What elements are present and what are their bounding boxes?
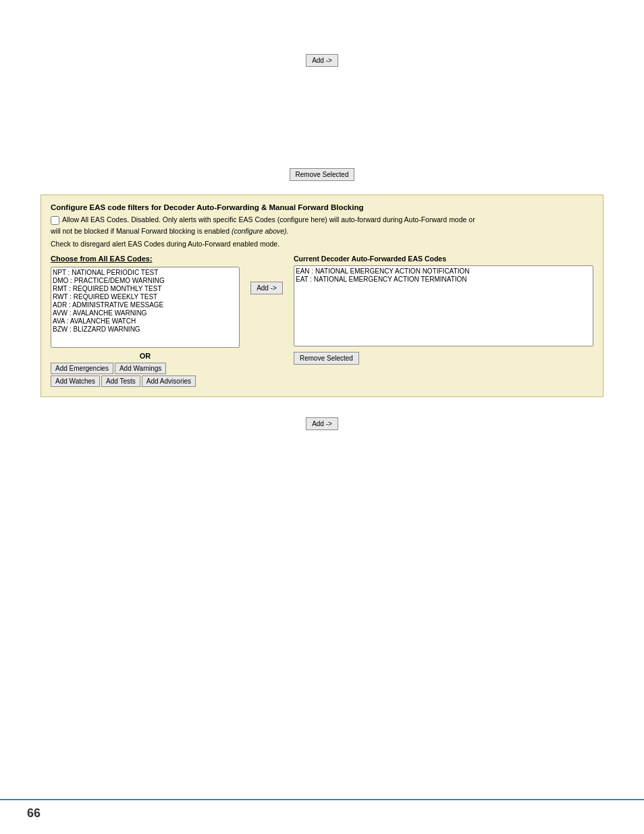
disregard-text: Check to disregard alert EAS Codes durin… bbox=[51, 240, 593, 248]
bottom-add-button[interactable]: Add -> bbox=[306, 417, 338, 430]
desc-part2: Only alerts with specific EAS Codes bbox=[163, 215, 277, 224]
list-item[interactable]: RWT : REQUIRED WEEKLY TEST bbox=[53, 293, 238, 301]
button-row-2: Add Watches Add Tests Add Advisories bbox=[51, 375, 240, 387]
disabled-text: Disabled. bbox=[131, 215, 161, 224]
allow-all-label: Allow All EAS Codes. Disabled. Only aler… bbox=[62, 215, 475, 224]
top-remove-button[interactable]: Remove Selected bbox=[290, 168, 355, 181]
top-add-area: Add -> bbox=[0, 0, 644, 74]
top-add-button[interactable]: Add -> bbox=[306, 54, 338, 67]
config-panel: Configure EAS code filters for Decoder A… bbox=[41, 194, 603, 397]
config-desc-line2: will not be blocked if Manual Forward bl… bbox=[51, 226, 593, 237]
current-codes-listbox[interactable]: EAN : NATIONAL EMERGENCY ACTION NOTIFICA… bbox=[294, 265, 593, 346]
panel-remove-button[interactable]: Remove Selected bbox=[294, 352, 359, 365]
add-emergencies-button[interactable]: Add Emergencies bbox=[51, 363, 113, 374]
configure-here-link[interactable]: (configure here) bbox=[277, 215, 327, 224]
left-col: Choose from All EAS Codes: NPT : NATIONA… bbox=[51, 255, 240, 388]
page-number: 66 bbox=[27, 806, 41, 820]
list-item[interactable]: AVA : AVALANCHE WATCH bbox=[53, 317, 238, 325]
bottom-add-area: Add -> bbox=[0, 404, 644, 430]
panel-add-button[interactable]: Add -> bbox=[250, 282, 283, 294]
list-item[interactable]: ADR : ADMINISTRATIVE MESSAGE bbox=[53, 301, 238, 309]
list-item[interactable]: BZW : BLIZZARD WARNING bbox=[53, 325, 238, 334]
allow-all-text: Allow All EAS Codes. bbox=[62, 215, 129, 224]
list-item[interactable]: AVW : AVALANCHE WARNING bbox=[53, 309, 238, 317]
or-divider: OR bbox=[51, 352, 240, 360]
bottom-line bbox=[0, 799, 644, 800]
page-wrapper: Add -> Remove Selected Configure EAS cod… bbox=[0, 0, 644, 834]
allow-all-checkbox[interactable] bbox=[51, 216, 59, 225]
allow-all-checkbox-row: Allow All EAS Codes. Disabled. Only aler… bbox=[51, 215, 593, 225]
all-codes-listbox[interactable]: NPT : NATIONAL PERIODIC TEST DMO : PRACT… bbox=[51, 267, 240, 348]
right-col-bottom: Remove Selected bbox=[294, 352, 593, 365]
add-advisories-button[interactable]: Add Advisories bbox=[142, 375, 196, 387]
list-item[interactable]: DMO : PRACTICE/DEMO WARNING bbox=[53, 277, 238, 285]
two-col-layout: Choose from All EAS Codes: NPT : NATIONA… bbox=[51, 255, 593, 388]
choose-label: Choose from All EAS Codes: bbox=[51, 255, 240, 263]
list-item[interactable]: NPT : NATIONAL PERIODIC TEST bbox=[53, 269, 238, 277]
add-tests-button[interactable]: Add Tests bbox=[101, 375, 140, 387]
config-title: Configure EAS code filters for Decoder A… bbox=[51, 203, 593, 211]
add-warnings-button[interactable]: Add Warnings bbox=[115, 363, 166, 374]
configure-above-link[interactable]: (configure above). bbox=[232, 227, 289, 235]
middle-col: Add -> bbox=[246, 255, 287, 294]
list-item[interactable]: EAN : NATIONAL EMERGENCY ACTION NOTIFICA… bbox=[296, 267, 591, 276]
desc-part3: will auto-forward during Auto-Forward mo… bbox=[329, 215, 475, 224]
right-col: Current Decoder Auto-Forwarded EAS Codes… bbox=[294, 255, 593, 365]
current-codes-label: Current Decoder Auto-Forwarded EAS Codes bbox=[294, 255, 593, 263]
list-item[interactable]: RMT : REQUIRED MONTHLY TEST bbox=[53, 285, 238, 293]
top-remove-area: Remove Selected bbox=[0, 74, 644, 188]
button-row-1: Add Emergencies Add Warnings bbox=[51, 363, 240, 374]
add-watches-button[interactable]: Add Watches bbox=[51, 375, 100, 387]
list-item[interactable]: EAT : NATIONAL EMERGENCY ACTION TERMINAT… bbox=[296, 276, 591, 284]
